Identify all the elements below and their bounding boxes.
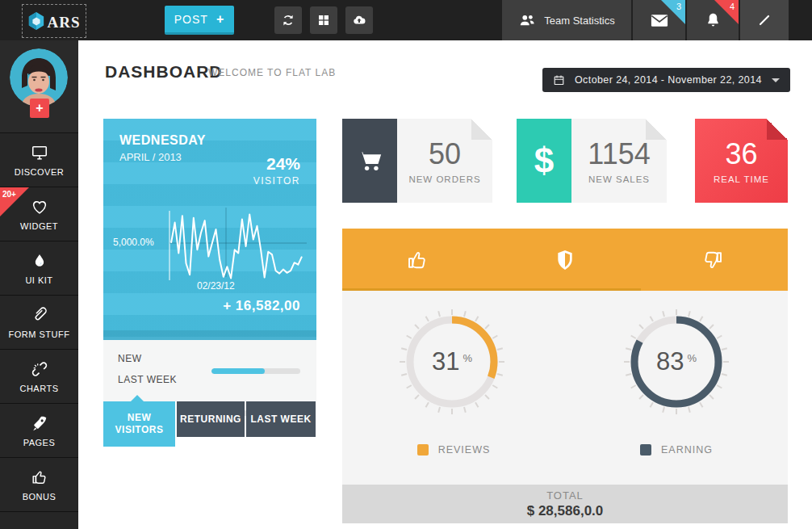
top-bar: ARS POST + Team Statistics 3 4 — [0, 0, 812, 40]
cloud-upload-button[interactable] — [345, 6, 373, 34]
thumbs-up-icon[interactable] — [405, 248, 429, 272]
sidebar-item-charts[interactable]: CHARTS — [0, 349, 78, 403]
card-label: NEW SALES — [588, 174, 650, 184]
grid-button[interactable] — [310, 6, 337, 34]
x-axis-tick-label: 02/23/12 — [197, 280, 235, 292]
thumbs-down-icon[interactable] — [701, 248, 725, 272]
shopping-cart-icon — [355, 147, 384, 174]
profile-section: + — [0, 40, 78, 132]
total-value: $ 28,586,0.0 — [527, 503, 604, 519]
card-body: 36 REAL TIME — [695, 119, 788, 203]
plus-icon: + — [36, 101, 43, 115]
visitor-progress-panel: NEW LAST WEEK — [103, 340, 316, 401]
mail-badge-count: 3 — [676, 2, 681, 11]
progress-row: NEW — [118, 353, 302, 364]
sidebar-item-label: PAGES — [23, 438, 56, 447]
card-bottom-strip — [103, 330, 316, 340]
gauge-suffix: % — [463, 352, 472, 364]
card-icon-box: $ — [517, 119, 571, 203]
real-time-card[interactable]: 36 REAL TIME — [695, 119, 788, 203]
sidebar-item-ui-kit[interactable]: UI KIT — [0, 241, 78, 295]
sidebar-item-discover[interactable]: DISCOVER — [0, 132, 78, 187]
add-profile-button[interactable]: + — [30, 99, 49, 118]
review-tabs-bar — [342, 229, 788, 291]
card-value: 36 — [725, 137, 757, 171]
progress-row: LAST WEEK — [118, 374, 302, 385]
card-value: 50 — [429, 137, 461, 171]
post-button-label: POST — [174, 13, 208, 26]
tab-last-week[interactable]: LAST WEEK — [246, 401, 316, 437]
card-value: 1154 — [588, 137, 650, 171]
gauge-number: 31 — [432, 347, 459, 376]
tab-new-visitors[interactable]: NEW VISITORS — [103, 401, 175, 447]
compose-button[interactable] — [740, 0, 789, 40]
sidebar-item-label: WIDGET — [20, 221, 58, 231]
messages-button[interactable]: 3 — [633, 0, 685, 40]
sidebar-item-form-stuff[interactable]: FORM STUFF — [0, 295, 78, 349]
total-bar: TOTAL $ 28,586,0.0 — [342, 485, 788, 523]
legend-label: REVIEWS — [438, 444, 491, 456]
sidebar-item-label: UI KIT — [25, 275, 52, 285]
new-orders-card[interactable]: 50 NEW ORDERS — [342, 119, 492, 203]
gauge-value: 31 % — [398, 308, 506, 416]
shield-icon[interactable] — [555, 248, 576, 272]
sidebar-item-label: DISCOVER — [15, 167, 64, 177]
gauge-number: 83 — [656, 347, 684, 376]
widget-count-label: 20+ — [2, 190, 16, 199]
team-statistics-button[interactable]: Team Statistics — [502, 0, 631, 40]
calendar-icon — [553, 74, 565, 86]
visitor-stats-card: WEDNESDAY APRIL / 2013 24% VISITOR 5,000… — [103, 119, 316, 340]
tab-returning[interactable]: RETURNING — [177, 401, 245, 437]
notification-badge-count: 4 — [730, 2, 735, 11]
folded-corner — [767, 119, 788, 140]
logo-text: ARS — [47, 14, 80, 31]
cloud-upload-icon — [351, 13, 367, 27]
sidebar-item-bonus[interactable]: BONUS — [0, 457, 78, 511]
dollar-icon: $ — [534, 141, 554, 181]
card-icon-box — [342, 119, 397, 203]
card-body: 50 NEW ORDERS — [397, 119, 492, 203]
refresh-icon — [281, 13, 295, 27]
legend-swatch — [640, 444, 651, 456]
mail-badge-triangle — [661, 0, 685, 24]
notifications-button[interactable]: 4 — [687, 0, 739, 40]
y-axis-tick-label: 5,000.0% — [113, 237, 154, 248]
legend-label: EARNING — [661, 444, 713, 456]
legend-earning: EARNING — [565, 444, 788, 456]
legend-swatch — [417, 444, 429, 456]
page-subtitle: WELCOME TO FLAT LAB — [208, 67, 336, 78]
sidebar-item-label: FORM STUFF — [9, 330, 70, 339]
rocket-icon — [30, 414, 49, 432]
active-tab-pointer — [131, 395, 144, 401]
visitor-percent-label: VISITOR — [253, 175, 300, 187]
progress-fill — [211, 368, 265, 374]
sidebar-item-partial[interactable] — [0, 511, 78, 529]
paperclip-icon — [31, 306, 48, 324]
progress-label: NEW — [118, 353, 142, 364]
visitor-sparkline-chart — [103, 208, 316, 288]
weekday-label: WEDNESDAY — [119, 133, 206, 148]
broken-link-icon — [30, 360, 49, 378]
logo[interactable]: ARS — [22, 4, 86, 38]
notification-badge-triangle — [714, 0, 739, 24]
new-sales-card[interactable]: $ 1154 NEW SALES — [517, 119, 667, 203]
folded-corner — [646, 119, 667, 140]
grid-icon — [317, 14, 330, 27]
reviews-gauge: 31 % — [398, 308, 506, 416]
monitor-icon — [30, 144, 49, 162]
date-range-picker[interactable]: October 24, 2014 - November 22, 2014 — [542, 68, 790, 92]
visitor-percent: 24% — [266, 154, 300, 174]
post-button[interactable]: POST + — [165, 6, 234, 35]
sidebar-item-pages[interactable]: PAGES — [0, 403, 78, 457]
gauge-suffix: % — [687, 352, 697, 364]
sidebar-item-label: BONUS — [23, 492, 57, 502]
gauges-panel: 31 % 83 % REVIEWS EARNING — [342, 291, 788, 485]
plus-icon: + — [216, 12, 224, 27]
card-label: REAL TIME — [714, 174, 769, 184]
refresh-button[interactable] — [274, 6, 302, 34]
visitor-total-value: + 16,582,00 — [223, 298, 300, 314]
drop-icon — [31, 252, 48, 270]
users-icon — [518, 12, 536, 28]
sidebar-item-widget[interactable]: 20+ WIDGET — [0, 187, 78, 241]
progress-bar-new[interactable] — [211, 368, 300, 374]
